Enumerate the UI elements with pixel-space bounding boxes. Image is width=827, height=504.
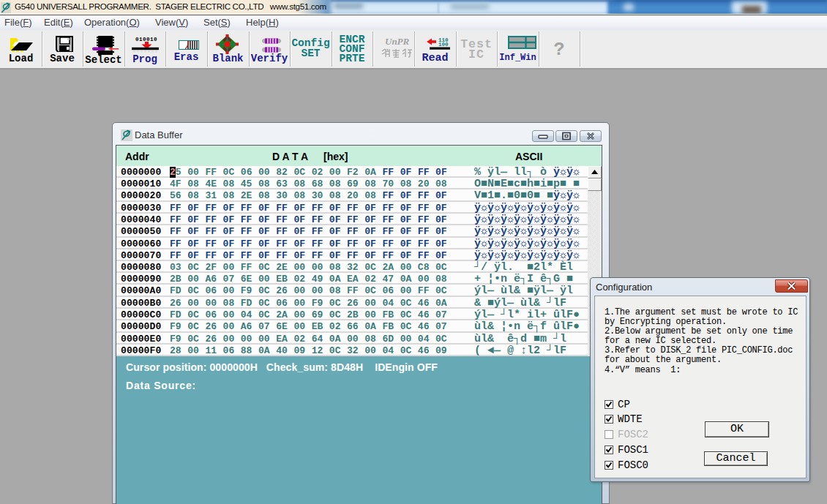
svg-text:010010: 010010 — [135, 37, 157, 42]
svg-text:100: 100 — [438, 42, 449, 48]
svg-text:UnPR: UnPR — [385, 37, 410, 46]
